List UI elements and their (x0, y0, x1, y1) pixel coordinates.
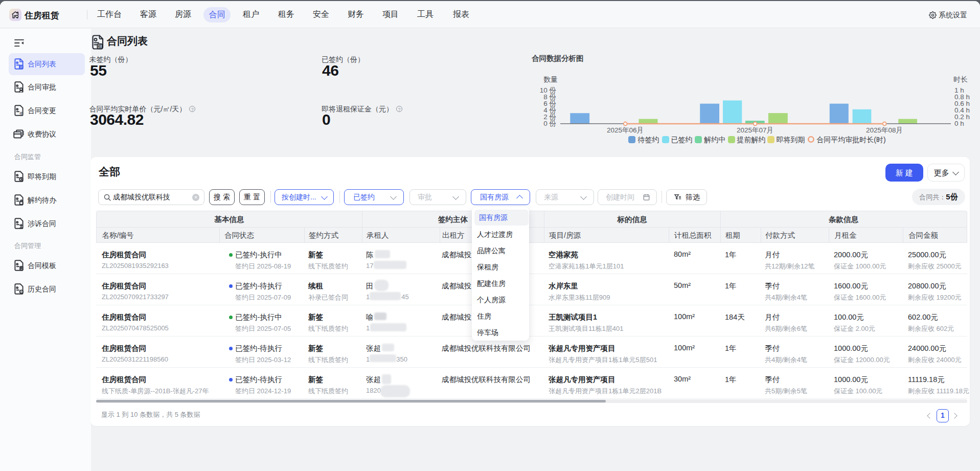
svg-text:0 h: 0 h (954, 120, 964, 127)
svg-text:0 份: 0 份 (543, 120, 556, 127)
svg-text:已签约: 已签约 (671, 136, 693, 144)
svg-text:合同平均审批时长(时): 合同平均审批时长(时) (816, 136, 885, 144)
svg-text:解约中: 解约中 (703, 136, 725, 144)
svg-text:租: 租 (19, 65, 22, 69)
svg-text:2025年08月: 2025年08月 (866, 126, 903, 134)
svg-text:租: 租 (98, 44, 102, 49)
svg-text:即将到期: 即将到期 (776, 136, 805, 144)
svg-text:时长: 时长 (953, 75, 968, 83)
svg-text:提前解约: 提前解约 (737, 136, 766, 144)
svg-text:待签约: 待签约 (637, 136, 659, 144)
svg-text:变: 变 (19, 111, 24, 116)
svg-text:数量: 数量 (543, 75, 558, 83)
svg-text:2025年06月: 2025年06月 (607, 126, 644, 134)
svg-text:2025年07月: 2025年07月 (737, 126, 773, 134)
